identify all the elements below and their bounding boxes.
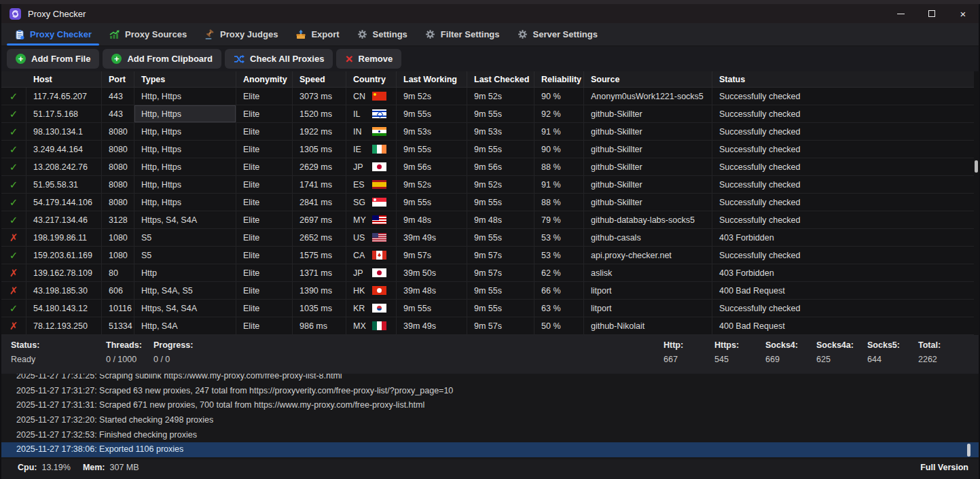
cell-speed[interactable]: 2697 ms — [293, 211, 346, 229]
cell-last-working[interactable]: 9m 52s — [397, 176, 467, 194]
cell-types[interactable]: Http, Https — [134, 176, 236, 194]
remove-button[interactable]: ×Remove — [336, 49, 401, 69]
cell-host[interactable]: 54.180.143.12 — [26, 300, 102, 317]
tab-export[interactable]: Export — [287, 23, 348, 46]
cell-anonymity[interactable]: Elite — [236, 176, 293, 194]
cell-country[interactable]: JP — [346, 264, 397, 282]
cell-anonymity[interactable]: Elite — [236, 247, 293, 264]
cell-source[interactable]: github-Skillter — [584, 158, 712, 176]
cell-last-checked[interactable]: 9m 48s — [467, 211, 534, 229]
tab-filter-settings[interactable]: Filter Settings — [416, 23, 509, 46]
cell-status[interactable]: Successfully checked — [712, 105, 974, 123]
cell-reliability[interactable]: 90 % — [534, 88, 584, 105]
cell-speed[interactable]: 1305 ms — [293, 141, 346, 158]
cell-status[interactable]: Successfully checked — [712, 141, 974, 158]
cell-port[interactable]: 443 — [102, 88, 134, 105]
cell-country[interactable]: IN — [346, 123, 397, 141]
cell-port[interactable]: 606 — [102, 282, 134, 300]
cell-last-checked[interactable]: 9m 57s — [467, 247, 534, 264]
cell-anonymity[interactable]: Elite — [236, 211, 293, 229]
cell-last-working[interactable]: 39m 48s — [397, 282, 467, 300]
cell-status[interactable]: Successfully checked — [712, 158, 974, 176]
cell-reliability[interactable]: 91 % — [534, 123, 584, 141]
cell-country[interactable]: IE — [346, 141, 397, 158]
table-row[interactable]: ✗78.12.193.25051334Http, S4AElite986 msM… — [1, 317, 974, 335]
cell-port[interactable]: 8080 — [102, 194, 134, 211]
cell-speed[interactable]: 2629 ms — [293, 158, 346, 176]
cell-anonymity[interactable]: Elite — [236, 105, 293, 123]
cell-port[interactable]: 1080 — [102, 247, 134, 264]
cell-source[interactable]: github-Skillter — [584, 141, 712, 158]
cell-source[interactable]: github-Skillter — [584, 105, 712, 123]
cell-last-working[interactable]: 9m 56s — [397, 158, 467, 176]
cell-reliability[interactable]: 92 % — [534, 105, 584, 123]
cell-status[interactable]: Successfully checked — [712, 247, 974, 264]
column-header-last-checked[interactable]: Last Checked — [467, 71, 534, 88]
table-row[interactable]: ✓43.217.134.463128Https, S4, S4AElite269… — [1, 211, 974, 229]
cell-anonymity[interactable]: Elite — [236, 141, 293, 158]
cell-types[interactable]: S5 — [134, 229, 236, 247]
table-row[interactable]: ✓117.74.65.207443Http, HttpsElite3073 ms… — [1, 88, 974, 105]
cell-speed[interactable]: 1035 ms — [293, 300, 346, 317]
cell-last-checked[interactable]: 9m 55s — [467, 229, 534, 247]
add-from-clipboard-button[interactable]: +Add From Clipboard — [103, 49, 221, 69]
column-header-source[interactable]: Source — [584, 71, 712, 88]
cell-types[interactable]: Http, S4A — [134, 317, 236, 335]
table-row[interactable]: ✓159.203.61.1691080S5Elite1575 msCA9m 57… — [1, 247, 974, 264]
cell-host[interactable]: 139.162.78.109 — [26, 264, 102, 282]
cell-source[interactable]: github-Skillter — [584, 176, 712, 194]
column-header-reliability[interactable]: Reliability — [534, 71, 584, 88]
log-line[interactable]: 2025-11-27 17:38:06: Exported 1106 proxi… — [1, 442, 979, 457]
column-header-port[interactable]: Port — [102, 71, 134, 88]
cell-last-checked[interactable]: 9m 55s — [467, 194, 534, 211]
cell-anonymity[interactable]: Elite — [236, 317, 293, 335]
cell-status[interactable]: Successfully checked — [712, 176, 974, 194]
table-scrollbar-handle[interactable] — [975, 160, 978, 173]
cell-port[interactable]: 1080 — [102, 229, 134, 247]
cell-reliability[interactable]: 88 % — [534, 194, 584, 211]
cell-country[interactable]: HK — [346, 282, 397, 300]
cell-types[interactable]: Http, Https — [134, 141, 236, 158]
table-row[interactable]: ✓51.17.5.168443Http, HttpsElite1520 msIL… — [1, 105, 974, 123]
cell-port[interactable]: 8080 — [102, 141, 134, 158]
cell-reliability[interactable]: 62 % — [534, 264, 584, 282]
cell-country[interactable]: CA — [346, 247, 397, 264]
cell-source[interactable]: litport — [584, 300, 712, 317]
cell-host[interactable]: 117.74.65.207 — [26, 88, 102, 105]
table-row[interactable]: ✓51.95.58.318080Http, HttpsElite1741 msE… — [1, 176, 974, 194]
cell-types[interactable]: Https, S4, S4A — [134, 300, 236, 317]
cell-reliability[interactable]: 63 % — [534, 300, 584, 317]
column-header-result[interactable] — [1, 71, 26, 88]
log-line[interactable]: 2025-11-27 17:31:25: Scraping sublink ht… — [1, 374, 979, 384]
cell-port[interactable]: 8080 — [102, 158, 134, 176]
cell-types[interactable]: Http, S4A, S5 — [134, 282, 236, 300]
table-row[interactable]: ✗43.198.185.30606Http, S4A, S5Elite1390 … — [1, 282, 974, 300]
column-header-status[interactable]: Status — [712, 71, 974, 88]
cell-reliability[interactable]: 79 % — [534, 211, 584, 229]
cell-status[interactable]: Successfully checked — [712, 194, 974, 211]
cell-last-checked[interactable]: 9m 55s — [467, 141, 534, 158]
cell-anonymity[interactable]: Elite — [236, 123, 293, 141]
table-scrollbar[interactable] — [975, 160, 978, 405]
cell-host[interactable]: 51.17.5.168 — [26, 105, 102, 123]
cell-country[interactable]: KR — [346, 300, 397, 317]
cell-host[interactable]: 198.199.86.11 — [26, 229, 102, 247]
cell-anonymity[interactable]: Elite — [236, 264, 293, 282]
cell-host[interactable]: 78.12.193.250 — [26, 317, 102, 335]
cell-status[interactable]: 403 Forbidden — [712, 229, 974, 247]
cell-last-checked[interactable]: 9m 55s — [467, 300, 534, 317]
cell-anonymity[interactable]: Elite — [236, 158, 293, 176]
cell-country[interactable]: SG — [346, 194, 397, 211]
cell-source[interactable]: github-Skillter — [584, 194, 712, 211]
cell-last-working[interactable]: 9m 55s — [397, 300, 467, 317]
tab-proxy-checker[interactable]: Proxy Checker — [5, 23, 101, 46]
cell-last-working[interactable]: 39m 50s — [397, 264, 467, 282]
cell-host[interactable]: 51.95.58.31 — [26, 176, 102, 194]
cell-status[interactable]: Successfully checked — [712, 300, 974, 317]
cell-reliability[interactable]: 53 % — [534, 229, 584, 247]
cell-types[interactable]: Http, Https — [134, 123, 236, 141]
cell-source[interactable]: aslisk — [584, 264, 712, 282]
add-from-file-button[interactable]: +Add From File — [7, 49, 99, 69]
cell-reliability[interactable]: 90 % — [534, 141, 584, 158]
tab-proxy-judges[interactable]: Proxy Judges — [196, 23, 287, 46]
